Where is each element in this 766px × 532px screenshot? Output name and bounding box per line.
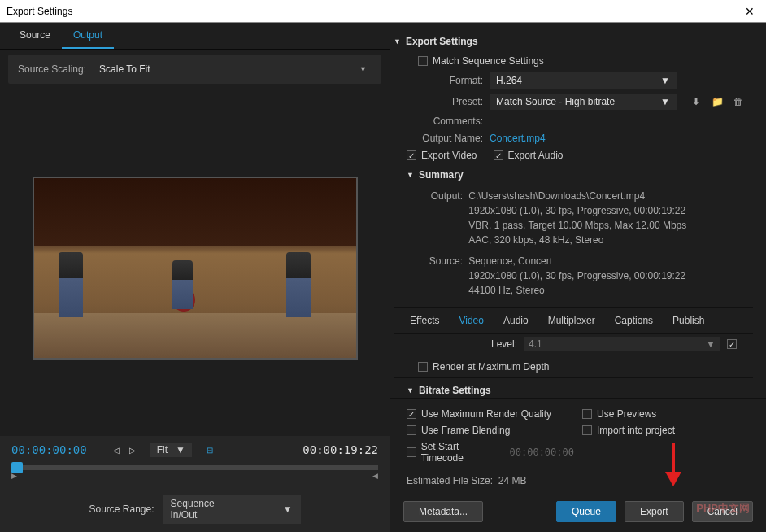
close-icon[interactable]: ✕	[740, 5, 759, 18]
summary-output-val: C:\Users\shash\Downloads\Concert.mp4 192…	[468, 189, 686, 247]
comments-row: Comments:	[394, 112, 753, 130]
summary-title: Summary	[419, 169, 464, 181]
max-render-quality-checkbox[interactable]	[407, 409, 416, 419]
import-preset-icon[interactable]: 📁	[711, 95, 724, 108]
export-audio-checkbox[interactable]	[494, 150, 503, 160]
summary-output-key: Output:	[422, 189, 463, 203]
summary-source: Source: Sequence, Concert 1920x1080 (1.0…	[394, 251, 753, 301]
source-scaling-dropdown[interactable]: Scale To Fit ▼	[94, 61, 372, 77]
chevron-down-icon: ▼	[660, 96, 670, 107]
video-preview[interactable]	[33, 177, 358, 360]
tab-captions[interactable]: Captions	[605, 308, 663, 333]
tab-video[interactable]: Video	[449, 308, 493, 333]
frame-blending-label: Use Frame Blending	[421, 425, 510, 436]
use-previews-label: Use Previews	[597, 408, 656, 420]
comments-label: Comments:	[418, 116, 483, 127]
summary-source-key: Source:	[422, 254, 463, 268]
triangle-down-icon: ▼	[394, 37, 401, 46]
output-name-link[interactable]: Concert.mp4	[490, 133, 546, 144]
tab-effects[interactable]: Effects	[400, 308, 449, 333]
render-max-depth-row: Render at Maximum Depth	[394, 358, 753, 376]
export-settings-title: Export Settings	[406, 36, 478, 47]
tab-output[interactable]: Output	[62, 23, 114, 49]
bitrate-settings-header[interactable]: ▼ Bitrate Settings	[394, 380, 753, 396]
save-preset-icon[interactable]: ⬇	[690, 95, 703, 108]
preview-area	[0, 84, 390, 436]
export-video-checkbox[interactable]	[407, 150, 416, 160]
tab-source[interactable]: Source	[8, 23, 62, 49]
match-sequence-checkbox[interactable]	[418, 56, 428, 66]
source-range-row: Source Range: Sequence In/Out ▼	[0, 486, 390, 532]
output-name-label: Output Name:	[418, 133, 483, 144]
level-value: 4.1	[529, 338, 542, 350]
render-max-depth-label: Render at Maximum Depth	[433, 361, 549, 373]
export-settings-header[interactable]: ▼ Export Settings	[394, 31, 753, 52]
start-timecode-value[interactable]: 00:00:00:00	[510, 447, 574, 458]
delete-preset-icon[interactable]: 🗑	[732, 95, 745, 108]
estimated-label: Estimated File Size:	[407, 475, 493, 486]
chevron-down-icon: ▼	[283, 504, 293, 515]
end-time: 00:00:19:22	[302, 443, 378, 456]
estimated-value: 24 MB	[498, 475, 527, 486]
comments-input[interactable]	[490, 115, 753, 128]
queue-button[interactable]: Queue	[556, 501, 616, 522]
match-sequence-row: Match Sequence Settings	[394, 52, 753, 70]
current-time[interactable]: 00:00:00:00	[11, 443, 87, 456]
use-previews-checkbox[interactable]	[582, 409, 592, 419]
timeline-playhead[interactable]	[11, 462, 23, 473]
import-project-checkbox[interactable]	[582, 425, 592, 435]
preset-row: Preset: Match Source - High bitrate ▼ ⬇ …	[394, 91, 753, 112]
source-range-dropdown[interactable]: Sequence In/Out ▼	[163, 495, 301, 524]
timeline-markers: ▶ ◀	[11, 472, 378, 480]
zoom-fit-value: Fit	[157, 444, 168, 456]
out-point-icon[interactable]: ◀	[372, 472, 378, 480]
chevron-down-icon: ▼	[706, 338, 716, 350]
summary-header[interactable]: ▼ Summary	[394, 164, 753, 185]
format-row: Format: H.264 ▼	[394, 70, 753, 91]
source-scaling-row: Source Scaling: Scale To Fit ▼	[8, 55, 381, 84]
export-audio-label: Export Audio	[508, 150, 564, 161]
chevron-down-icon: ▼	[359, 65, 367, 73]
metadata-button[interactable]: Metadata...	[403, 501, 483, 522]
match-sequence-label: Match Sequence Settings	[433, 55, 544, 67]
chevron-down-icon: ▼	[176, 444, 185, 456]
bottom-options: Use Maximum Render Quality Use Previews …	[390, 400, 766, 472]
playback-controls: ◁ ▷	[110, 443, 139, 456]
prev-frame-icon[interactable]: ◁	[110, 443, 123, 456]
timeline-area: 00:00:00:00 ◁ ▷ Fit ▼ ⊟ 00:00:19:22 ▶ ◀	[0, 436, 390, 486]
max-render-quality-label: Use Maximum Render Quality	[421, 408, 551, 420]
tab-audio[interactable]: Audio	[494, 308, 538, 333]
triangle-down-icon: ▼	[407, 171, 414, 179]
estimated-size: Estimated File Size: 24 MB	[390, 472, 766, 495]
source-range-value: Sequence In/Out	[171, 498, 242, 521]
summary-output: Output: C:\Users\shash\Downloads\Concert…	[394, 185, 753, 251]
export-button[interactable]: Export	[625, 501, 684, 522]
left-tabs: Source Output	[0, 23, 390, 50]
tab-multiplexer[interactable]: Multiplexer	[538, 308, 605, 333]
render-max-depth-checkbox[interactable]	[418, 362, 428, 372]
settings-scroll[interactable]: ▼ Export Settings Match Sequence Setting…	[390, 23, 766, 396]
timeline-scrubber[interactable]	[11, 465, 378, 470]
format-dropdown[interactable]: H.264 ▼	[490, 72, 677, 89]
level-row: Level: 4.1 ▼	[394, 334, 753, 358]
right-panel: ▼ Export Settings Match Sequence Setting…	[390, 23, 766, 532]
next-frame-icon[interactable]: ▷	[126, 443, 139, 456]
aspect-ratio-icon[interactable]: ⊟	[203, 443, 216, 456]
chevron-down-icon: ▼	[660, 75, 670, 86]
level-dropdown[interactable]: 4.1 ▼	[524, 337, 720, 351]
main-layout: Source Output Source Scaling: Scale To F…	[0, 23, 766, 532]
tab-publish[interactable]: Publish	[663, 308, 714, 333]
title-bar: Export Settings ✕	[0, 0, 766, 23]
set-start-timecode-checkbox[interactable]	[407, 447, 416, 457]
zoom-fit-dropdown[interactable]: Fit ▼	[150, 443, 192, 457]
export-av-row: Export Video Export Audio	[394, 146, 753, 164]
source-scaling-value: Scale To Fit	[99, 63, 150, 75]
export-video-label: Export Video	[421, 150, 477, 161]
level-label: Level:	[491, 338, 517, 350]
level-match-checkbox[interactable]	[727, 339, 737, 349]
preset-dropdown[interactable]: Match Source - High bitrate ▼	[490, 94, 677, 110]
set-start-timecode-label: Set Start Timecode	[421, 441, 502, 464]
frame-blending-checkbox[interactable]	[407, 425, 416, 435]
preset-label: Preset:	[418, 96, 483, 107]
watermark: PHP中文网	[696, 501, 750, 516]
